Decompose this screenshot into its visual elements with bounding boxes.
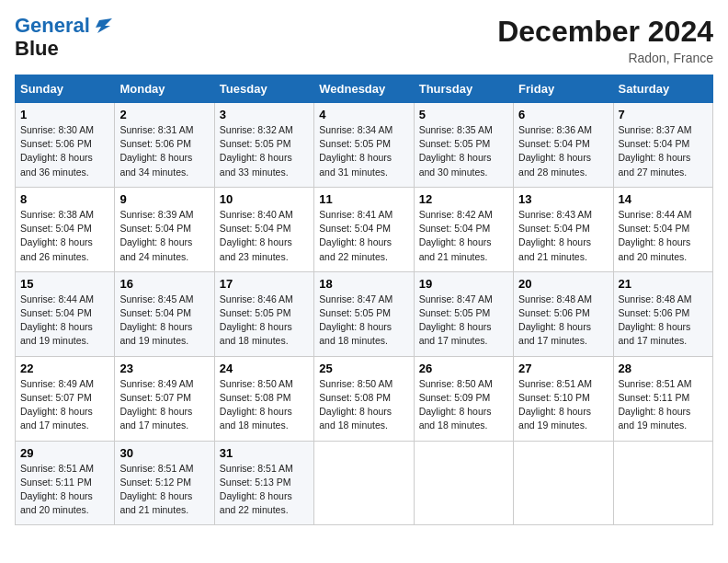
day-info: Sunrise: 8:45 AM Sunset: 5:04 PM Dayligh… bbox=[119, 293, 209, 349]
day-info: Sunrise: 8:32 AM Sunset: 5:05 PM Dayligh… bbox=[220, 123, 309, 179]
calendar-cell: 25Sunrise: 8:50 AM Sunset: 5:08 PM Dayli… bbox=[314, 356, 414, 441]
calendar-cell bbox=[514, 441, 613, 525]
day-number: 17 bbox=[220, 277, 309, 291]
day-info: Sunrise: 8:51 AM Sunset: 5:11 PM Dayligh… bbox=[20, 462, 109, 518]
day-info: Sunrise: 8:31 AM Sunset: 5:06 PM Dayligh… bbox=[119, 123, 209, 179]
calendar-cell: 9Sunrise: 8:39 AM Sunset: 5:04 PM Daylig… bbox=[115, 187, 214, 271]
calendar-cell: 22Sunrise: 8:49 AM Sunset: 5:07 PM Dayli… bbox=[16, 356, 115, 441]
day-info: Sunrise: 8:34 AM Sunset: 5:05 PM Dayligh… bbox=[319, 123, 408, 179]
day-number: 20 bbox=[518, 277, 608, 291]
weekday-header-row: SundayMondayTuesdayWednesdayThursdayFrid… bbox=[16, 75, 713, 103]
day-number: 5 bbox=[419, 108, 508, 121]
day-number: 31 bbox=[220, 446, 309, 460]
day-info: Sunrise: 8:40 AM Sunset: 5:04 PM Dayligh… bbox=[220, 208, 309, 264]
calendar-cell: 12Sunrise: 8:42 AM Sunset: 5:04 PM Dayli… bbox=[414, 187, 513, 271]
weekday-header-saturday: Saturday bbox=[613, 75, 712, 103]
day-info: Sunrise: 8:46 AM Sunset: 5:05 PM Dayligh… bbox=[220, 293, 309, 349]
day-info: Sunrise: 8:37 AM Sunset: 5:04 PM Dayligh… bbox=[619, 123, 708, 179]
day-info: Sunrise: 8:39 AM Sunset: 5:04 PM Dayligh… bbox=[119, 208, 209, 264]
calendar-cell: 5Sunrise: 8:35 AM Sunset: 5:05 PM Daylig… bbox=[414, 103, 513, 188]
day-info: Sunrise: 8:47 AM Sunset: 5:05 PM Dayligh… bbox=[319, 293, 408, 349]
calendar-cell: 15Sunrise: 8:44 AM Sunset: 5:04 PM Dayli… bbox=[16, 271, 115, 356]
day-number: 25 bbox=[319, 362, 408, 375]
day-info: Sunrise: 8:44 AM Sunset: 5:04 PM Dayligh… bbox=[619, 208, 708, 264]
day-info: Sunrise: 8:43 AM Sunset: 5:04 PM Dayligh… bbox=[518, 208, 608, 264]
day-number: 14 bbox=[619, 192, 708, 206]
calendar-cell: 21Sunrise: 8:48 AM Sunset: 5:06 PM Dayli… bbox=[613, 271, 712, 356]
calendar-cell: 13Sunrise: 8:43 AM Sunset: 5:04 PM Dayli… bbox=[514, 187, 613, 271]
calendar-cell: 8Sunrise: 8:38 AM Sunset: 5:04 PM Daylig… bbox=[16, 187, 115, 271]
calendar-week-row: 15Sunrise: 8:44 AM Sunset: 5:04 PM Dayli… bbox=[16, 271, 713, 356]
day-number: 6 bbox=[518, 108, 608, 121]
day-info: Sunrise: 8:51 AM Sunset: 5:10 PM Dayligh… bbox=[518, 377, 608, 433]
calendar-week-row: 22Sunrise: 8:49 AM Sunset: 5:07 PM Dayli… bbox=[16, 356, 713, 441]
calendar-cell: 2Sunrise: 8:31 AM Sunset: 5:06 PM Daylig… bbox=[115, 103, 214, 188]
calendar-cell: 6Sunrise: 8:36 AM Sunset: 5:04 PM Daylig… bbox=[514, 103, 613, 188]
day-info: Sunrise: 8:49 AM Sunset: 5:07 PM Dayligh… bbox=[119, 377, 209, 433]
day-number: 1 bbox=[20, 108, 109, 121]
calendar-table: SundayMondayTuesdayWednesdayThursdayFrid… bbox=[15, 75, 713, 525]
day-number: 12 bbox=[419, 192, 508, 206]
day-number: 10 bbox=[220, 192, 309, 206]
calendar-cell: 29Sunrise: 8:51 AM Sunset: 5:11 PM Dayli… bbox=[16, 441, 115, 525]
svg-marker-0 bbox=[96, 18, 112, 33]
day-info: Sunrise: 8:50 AM Sunset: 5:09 PM Dayligh… bbox=[419, 377, 508, 433]
day-number: 15 bbox=[20, 277, 109, 291]
calendar-cell bbox=[613, 441, 712, 525]
logo-bird-icon bbox=[92, 17, 112, 37]
day-info: Sunrise: 8:50 AM Sunset: 5:08 PM Dayligh… bbox=[319, 377, 408, 433]
day-info: Sunrise: 8:36 AM Sunset: 5:04 PM Dayligh… bbox=[518, 123, 608, 179]
calendar-cell: 31Sunrise: 8:51 AM Sunset: 5:13 PM Dayli… bbox=[214, 441, 313, 525]
calendar-cell: 27Sunrise: 8:51 AM Sunset: 5:10 PM Dayli… bbox=[514, 356, 613, 441]
calendar-cell: 17Sunrise: 8:46 AM Sunset: 5:05 PM Dayli… bbox=[214, 271, 313, 356]
calendar-cell: 23Sunrise: 8:49 AM Sunset: 5:07 PM Dayli… bbox=[115, 356, 214, 441]
day-number: 7 bbox=[619, 108, 708, 121]
day-info: Sunrise: 8:49 AM Sunset: 5:07 PM Dayligh… bbox=[20, 377, 109, 433]
day-number: 2 bbox=[119, 108, 209, 121]
day-number: 9 bbox=[119, 192, 209, 206]
calendar-cell: 7Sunrise: 8:37 AM Sunset: 5:04 PM Daylig… bbox=[613, 103, 712, 188]
weekday-header-tuesday: Tuesday bbox=[214, 75, 313, 103]
calendar-cell: 20Sunrise: 8:48 AM Sunset: 5:06 PM Dayli… bbox=[514, 271, 613, 356]
day-info: Sunrise: 8:51 AM Sunset: 5:12 PM Dayligh… bbox=[119, 462, 209, 518]
day-info: Sunrise: 8:42 AM Sunset: 5:04 PM Dayligh… bbox=[419, 208, 508, 264]
day-info: Sunrise: 8:35 AM Sunset: 5:05 PM Dayligh… bbox=[419, 123, 508, 179]
weekday-header-wednesday: Wednesday bbox=[314, 75, 414, 103]
day-number: 26 bbox=[419, 362, 508, 375]
day-info: Sunrise: 8:51 AM Sunset: 5:11 PM Dayligh… bbox=[619, 377, 708, 433]
location-text: Radon, France bbox=[497, 51, 713, 65]
day-info: Sunrise: 8:30 AM Sunset: 5:06 PM Dayligh… bbox=[20, 123, 109, 179]
day-number: 4 bbox=[319, 108, 408, 121]
day-info: Sunrise: 8:41 AM Sunset: 5:04 PM Dayligh… bbox=[319, 208, 408, 264]
calendar-cell: 16Sunrise: 8:45 AM Sunset: 5:04 PM Dayli… bbox=[115, 271, 214, 356]
day-number: 13 bbox=[518, 192, 608, 206]
day-number: 22 bbox=[20, 362, 109, 375]
day-info: Sunrise: 8:48 AM Sunset: 5:06 PM Dayligh… bbox=[619, 293, 708, 349]
day-number: 30 bbox=[119, 446, 209, 460]
calendar-cell: 4Sunrise: 8:34 AM Sunset: 5:05 PM Daylig… bbox=[314, 103, 414, 188]
day-info: Sunrise: 8:51 AM Sunset: 5:13 PM Dayligh… bbox=[220, 462, 309, 518]
calendar-cell: 11Sunrise: 8:41 AM Sunset: 5:04 PM Dayli… bbox=[314, 187, 414, 271]
calendar-cell: 3Sunrise: 8:32 AM Sunset: 5:05 PM Daylig… bbox=[214, 103, 313, 188]
calendar-cell: 26Sunrise: 8:50 AM Sunset: 5:09 PM Dayli… bbox=[414, 356, 513, 441]
day-number: 11 bbox=[319, 192, 408, 206]
calendar-cell: 14Sunrise: 8:44 AM Sunset: 5:04 PM Dayli… bbox=[613, 187, 712, 271]
weekday-header-friday: Friday bbox=[514, 75, 613, 103]
calendar-cell bbox=[314, 441, 414, 525]
calendar-week-row: 1Sunrise: 8:30 AM Sunset: 5:06 PM Daylig… bbox=[16, 103, 713, 188]
day-number: 29 bbox=[20, 446, 109, 460]
calendar-cell: 1Sunrise: 8:30 AM Sunset: 5:06 PM Daylig… bbox=[16, 103, 115, 188]
day-number: 18 bbox=[319, 277, 408, 291]
day-info: Sunrise: 8:50 AM Sunset: 5:08 PM Dayligh… bbox=[220, 377, 309, 433]
weekday-header-thursday: Thursday bbox=[414, 75, 513, 103]
day-number: 16 bbox=[119, 277, 209, 291]
day-info: Sunrise: 8:44 AM Sunset: 5:04 PM Dayligh… bbox=[20, 293, 109, 349]
day-info: Sunrise: 8:47 AM Sunset: 5:05 PM Dayligh… bbox=[419, 293, 508, 349]
logo-text: General bbox=[15, 15, 112, 37]
day-number: 27 bbox=[518, 362, 608, 375]
calendar-cell: 19Sunrise: 8:47 AM Sunset: 5:05 PM Dayli… bbox=[414, 271, 513, 356]
calendar-cell bbox=[414, 441, 513, 525]
calendar-cell: 18Sunrise: 8:47 AM Sunset: 5:05 PM Dayli… bbox=[314, 271, 414, 356]
day-number: 3 bbox=[220, 108, 309, 121]
day-info: Sunrise: 8:38 AM Sunset: 5:04 PM Dayligh… bbox=[20, 208, 109, 264]
